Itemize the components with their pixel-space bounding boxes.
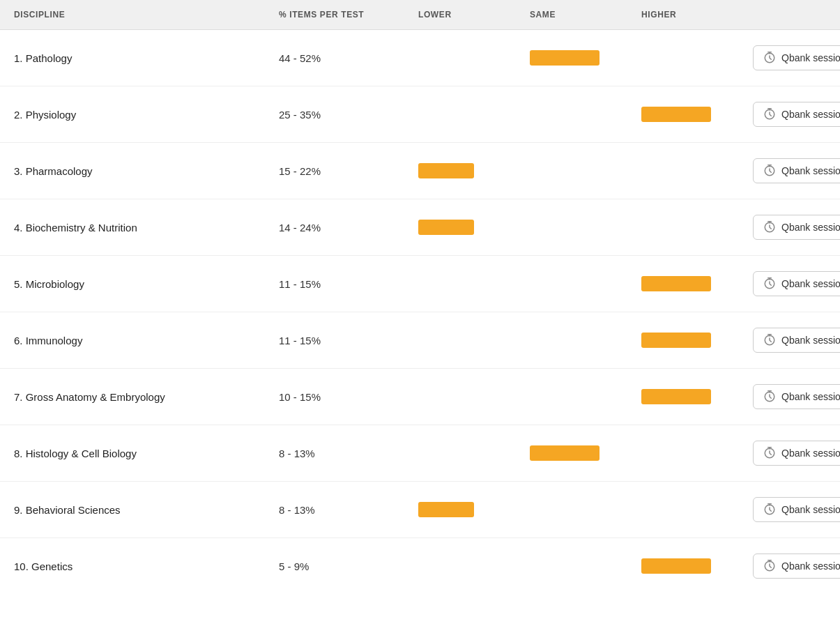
items-range-cell: 44 - 52% bbox=[279, 52, 418, 64]
same-cell bbox=[530, 50, 641, 66]
discipline-name: 1. Pathology bbox=[14, 52, 72, 64]
qbank-session-button[interactable]: Qbank session bbox=[753, 158, 840, 183]
items-range: 11 - 15% bbox=[279, 278, 321, 290]
items-range: 25 - 35% bbox=[279, 109, 321, 121]
items-range-cell: 25 - 35% bbox=[279, 109, 418, 121]
items-range: 15 - 22% bbox=[279, 165, 321, 177]
qbank-button-label: Qbank session bbox=[781, 560, 840, 572]
lower-cell bbox=[418, 220, 530, 235]
lower-cell bbox=[418, 163, 530, 178]
qbank-session-button[interactable]: Qbank session bbox=[753, 45, 840, 70]
higher-cell bbox=[641, 276, 753, 291]
table-row: 9. Behavioral Sciences 8 - 13% bbox=[0, 482, 840, 538]
items-range: 8 - 13% bbox=[279, 504, 315, 516]
qbank-button-label: Qbank session bbox=[781, 109, 840, 120]
discipline-cell: 1. Pathology bbox=[14, 52, 279, 64]
same-bar bbox=[530, 50, 600, 66]
table-row: 5. Microbiology 11 - 15% bbox=[0, 256, 840, 312]
same-bar bbox=[530, 445, 600, 461]
discipline-cell: 9. Behavioral Sciences bbox=[14, 504, 279, 516]
discipline-name: 10. Genetics bbox=[14, 560, 72, 572]
discipline-name: 4. Biochemistry & Nutrition bbox=[14, 222, 137, 234]
items-range-cell: 15 - 22% bbox=[279, 165, 418, 177]
higher-bar bbox=[641, 558, 711, 574]
qbank-icon bbox=[763, 108, 776, 121]
higher-cell bbox=[641, 389, 753, 404]
table-row: 7. Gross Anatomy & Embryology 10 - 15% bbox=[0, 369, 840, 425]
discipline-cell: 4. Biochemistry & Nutrition bbox=[14, 222, 279, 234]
discipline-name: 8. Histology & Cell Biology bbox=[14, 448, 137, 459]
table-body: 1. Pathology 44 - 52% bbox=[0, 30, 840, 594]
qbank-button-label: Qbank session bbox=[781, 391, 840, 402]
items-range: 11 - 15% bbox=[279, 335, 321, 346]
items-range-cell: 8 - 13% bbox=[279, 504, 418, 516]
qbank-session-button[interactable]: Qbank session bbox=[753, 271, 840, 296]
items-range: 44 - 52% bbox=[279, 52, 321, 64]
qbank-icon bbox=[763, 447, 776, 459]
items-range-cell: 11 - 15% bbox=[279, 335, 418, 346]
qbank-session-button[interactable]: Qbank session bbox=[753, 102, 840, 127]
qbank-button-label: Qbank session bbox=[781, 335, 840, 346]
qbank-icon bbox=[763, 390, 776, 403]
higher-bar bbox=[641, 333, 711, 348]
items-range-cell: 14 - 24% bbox=[279, 222, 418, 234]
action-cell: Qbank session bbox=[753, 441, 840, 466]
same-cell bbox=[530, 445, 641, 461]
header-same: SAME bbox=[530, 10, 641, 20]
discipline-name: 5. Microbiology bbox=[14, 278, 84, 290]
table-row: 6. Immunology 11 - 15% bbox=[0, 312, 840, 369]
action-cell: Qbank session bbox=[753, 497, 840, 522]
higher-bar bbox=[641, 389, 711, 404]
table-row: 2. Physiology 25 - 35% bbox=[0, 86, 840, 143]
higher-cell bbox=[641, 107, 753, 122]
header-items-per-test: % ITEMS PER TEST bbox=[279, 10, 418, 20]
qbank-session-button[interactable]: Qbank session bbox=[753, 384, 840, 409]
action-cell: Qbank session bbox=[753, 158, 840, 183]
discipline-cell: 2. Physiology bbox=[14, 109, 279, 121]
discipline-name: 7. Gross Anatomy & Embryology bbox=[14, 391, 165, 403]
lower-bar bbox=[418, 220, 474, 235]
action-cell: Qbank session bbox=[753, 102, 840, 127]
items-range: 14 - 24% bbox=[279, 222, 321, 234]
table-row: 1. Pathology 44 - 52% bbox=[0, 30, 840, 86]
discipline-name: 6. Immunology bbox=[14, 335, 82, 346]
table-row: 4. Biochemistry & Nutrition 14 - 24% bbox=[0, 199, 840, 256]
discipline-cell: 3. Pharmacology bbox=[14, 165, 279, 177]
table-header: DISCIPLINE % ITEMS PER TEST LOWER SAME H… bbox=[0, 0, 840, 30]
qbank-icon bbox=[763, 560, 776, 572]
discipline-cell: 6. Immunology bbox=[14, 335, 279, 346]
discipline-cell: 10. Genetics bbox=[14, 560, 279, 572]
table-row: 3. Pharmacology 15 - 22% bbox=[0, 143, 840, 199]
items-range-cell: 11 - 15% bbox=[279, 278, 418, 290]
qbank-session-button[interactable]: Qbank session bbox=[753, 497, 840, 522]
discipline-cell: 8. Histology & Cell Biology bbox=[14, 448, 279, 459]
lower-bar bbox=[418, 163, 474, 178]
qbank-button-label: Qbank session bbox=[781, 222, 840, 233]
discipline-name: 9. Behavioral Sciences bbox=[14, 504, 121, 516]
qbank-icon bbox=[763, 221, 776, 234]
qbank-session-button[interactable]: Qbank session bbox=[753, 215, 840, 240]
higher-bar bbox=[641, 107, 711, 122]
higher-bar bbox=[641, 276, 711, 291]
items-range: 8 - 13% bbox=[279, 448, 315, 459]
qbank-button-label: Qbank session bbox=[781, 504, 840, 515]
discipline-name: 2. Physiology bbox=[14, 109, 76, 121]
action-cell: Qbank session bbox=[753, 45, 840, 70]
action-cell: Qbank session bbox=[753, 328, 840, 353]
table-row: 10. Genetics 5 - 9% bbox=[0, 538, 840, 594]
qbank-session-button[interactable]: Qbank session bbox=[753, 328, 840, 353]
items-range-cell: 8 - 13% bbox=[279, 448, 418, 459]
header-higher: HIGHER bbox=[641, 10, 753, 20]
main-table: DISCIPLINE % ITEMS PER TEST LOWER SAME H… bbox=[0, 0, 840, 626]
discipline-cell: 5. Microbiology bbox=[14, 278, 279, 290]
qbank-icon bbox=[763, 334, 776, 346]
qbank-session-button[interactable]: Qbank session bbox=[753, 554, 840, 579]
items-range-cell: 5 - 9% bbox=[279, 560, 418, 572]
qbank-button-label: Qbank session bbox=[781, 52, 840, 63]
table-row: 8. Histology & Cell Biology 8 - 13% bbox=[0, 425, 840, 482]
qbank-session-button[interactable]: Qbank session bbox=[753, 441, 840, 466]
qbank-icon bbox=[763, 52, 776, 64]
action-cell: Qbank session bbox=[753, 215, 840, 240]
higher-cell bbox=[641, 558, 753, 574]
qbank-icon bbox=[763, 503, 776, 516]
